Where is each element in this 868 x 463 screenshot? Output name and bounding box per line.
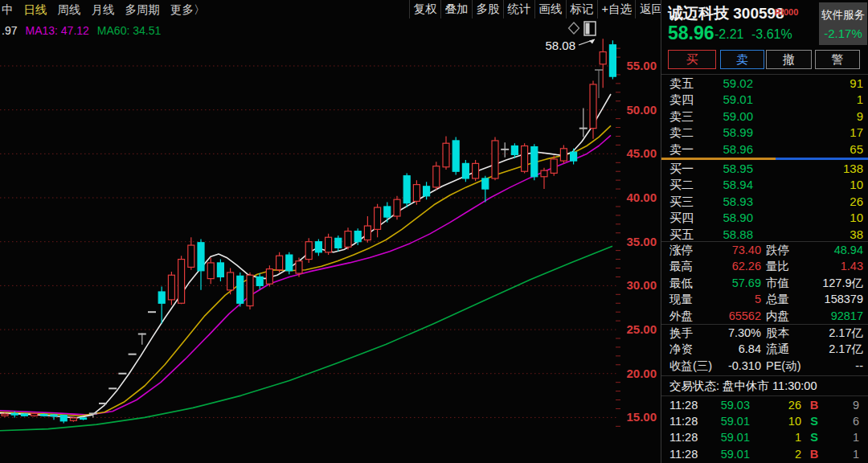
- level-label: 卖五: [661, 76, 703, 92]
- trade-button-2[interactable]: 撤: [766, 50, 812, 69]
- stat-label: 股本: [761, 325, 813, 341]
- tick-side: S: [801, 429, 827, 445]
- level-label: 买四: [661, 210, 703, 226]
- candle-body: [443, 143, 449, 167]
- tick-row: 11:2859.0326B9: [661, 397, 868, 413]
- ask-row[interactable]: 卖三59.009: [661, 109, 868, 125]
- stat-value: 6.84: [708, 341, 761, 357]
- stat-value: 5: [708, 291, 761, 307]
- candle-body: [158, 292, 165, 303]
- ask-row[interactable]: 卖五59.0291: [661, 76, 868, 92]
- period-tab-2[interactable]: 周线: [58, 2, 81, 18]
- tick-side: S: [801, 413, 827, 429]
- bid-row[interactable]: 买二58.9410: [661, 177, 868, 193]
- period-tab-1[interactable]: 日线: [24, 2, 47, 18]
- level-volume: 17: [753, 125, 868, 141]
- candle-body: [511, 146, 518, 155]
- tick-count: 9: [827, 397, 868, 413]
- tick-price: 59.01: [698, 446, 750, 462]
- session-value: 盘中休市 11:30:00: [723, 379, 817, 392]
- ma-value-labels: .97MA13: 47.12MA60: 34.51: [2, 24, 161, 37]
- level-label: 卖三: [661, 109, 703, 125]
- stat-value: 92817: [813, 308, 868, 324]
- toolbar-button-3[interactable]: 统计: [504, 0, 535, 18]
- level-volume: 38: [753, 227, 868, 243]
- ma-label-0: .97: [2, 24, 17, 37]
- toolbar-button-5[interactable]: 标记: [567, 0, 598, 18]
- ma-line-MA-yellow: [0, 125, 611, 416]
- candle-body: [354, 232, 361, 242]
- ask-row[interactable]: 卖四59.011: [661, 92, 868, 108]
- stats-row: 现量5总量158379: [661, 291, 868, 307]
- tick-count: 6: [827, 413, 868, 429]
- annotation-arrowhead: [589, 39, 595, 44]
- stat-label: 外盘: [661, 308, 708, 324]
- candle-body: [326, 237, 332, 252]
- stat-value: 127.9亿: [813, 275, 868, 291]
- level-volume: 65: [753, 141, 868, 158]
- bid-row[interactable]: 买四58.9010: [661, 210, 868, 226]
- y-axis-label: 25.00: [626, 322, 657, 336]
- tick-row: 11:2859.011S1: [661, 429, 868, 445]
- candle-body: [551, 159, 557, 173]
- toolbar-button-1[interactable]: 叠加: [441, 0, 473, 18]
- margin-badge: RI000: [775, 7, 798, 17]
- toolbar-button-2[interactable]: 多股: [473, 0, 504, 18]
- candle-body: [11, 413, 18, 415]
- stat-label: 市值: [761, 275, 813, 291]
- bid-row[interactable]: 买一58.95138: [661, 161, 868, 177]
- candle-body: [60, 416, 67, 421]
- ma-line-MA13-magenta: [0, 135, 611, 415]
- candle-body: [609, 45, 616, 76]
- tick-list[interactable]: 11:2859.0326B911:2859.0110S611:2859.011S…: [661, 397, 868, 462]
- level-price: 59.02: [703, 76, 753, 92]
- candle-body: [51, 415, 57, 416]
- y-axis-label: 35.00: [626, 235, 657, 248]
- candle-body: [266, 269, 272, 285]
- candle-body: [600, 52, 606, 64]
- bid-row[interactable]: 买五58.8838: [661, 227, 868, 243]
- level-label: 卖一: [661, 141, 703, 158]
- tick-volume: 26: [750, 397, 801, 413]
- stat-value: 7.30%: [708, 325, 761, 341]
- level-label: 卖四: [661, 92, 703, 108]
- stat-value: 65562: [708, 308, 761, 324]
- toolbar-button-6[interactable]: +自选: [598, 0, 636, 18]
- diamond-icon[interactable]: [569, 23, 579, 34]
- candle-body: [207, 263, 214, 279]
- candle-body: [531, 147, 538, 177]
- period-tab-0[interactable]: 中: [2, 2, 14, 18]
- price-change-pct: -3.61%: [751, 27, 792, 42]
- candle-body: [198, 243, 204, 271]
- period-tab-5[interactable]: 更多〉: [170, 2, 206, 18]
- tick-side: B: [801, 397, 827, 413]
- trade-button-0[interactable]: 买: [668, 50, 716, 69]
- toolbar-button-0[interactable]: 复权: [409, 0, 441, 18]
- ratio-sell-segment: [776, 158, 868, 160]
- sector-name: 软件服务: [819, 8, 867, 23]
- sector-box[interactable]: 软件服务 -2.17%: [819, 2, 867, 45]
- candle-body: [492, 141, 498, 178]
- info-row: 收益(三)-0.310PE(动)--: [661, 358, 868, 374]
- period-tab-4[interactable]: 多周期: [125, 2, 161, 18]
- ask-row[interactable]: 卖一58.9665: [661, 141, 868, 158]
- stock-name: 诚迈科技 300598: [668, 3, 784, 24]
- trade-button-1[interactable]: 卖: [720, 50, 764, 69]
- candle-body: [482, 178, 489, 189]
- y-axis-label: 15.00: [626, 410, 657, 424]
- stat-label: PE(动): [761, 358, 813, 374]
- ask-levels: 卖五59.0291卖四59.011卖三59.009卖二58.9917卖一58.9…: [661, 76, 868, 158]
- candle-body: [21, 414, 27, 416]
- level-price: 58.93: [703, 194, 753, 210]
- level-price: 58.94: [703, 177, 753, 193]
- kline-chart[interactable]: 55.0050.0045.0040.0035.0030.0025.0020.00…: [0, 0, 661, 463]
- candle-body: [424, 186, 430, 196]
- trade-button-3[interactable]: 警: [815, 50, 860, 69]
- period-tab-3[interactable]: 月线: [92, 2, 115, 18]
- ask-row[interactable]: 卖二58.9917: [661, 125, 868, 141]
- bid-row[interactable]: 买三58.9326: [661, 194, 868, 210]
- period-toolbar: 中日线周线月线多周期更多〉: [2, 2, 206, 18]
- toolbar-button-4[interactable]: 画线: [535, 0, 567, 18]
- candle-body: [590, 84, 596, 129]
- tick-row: 11:2859.012B1: [661, 446, 868, 462]
